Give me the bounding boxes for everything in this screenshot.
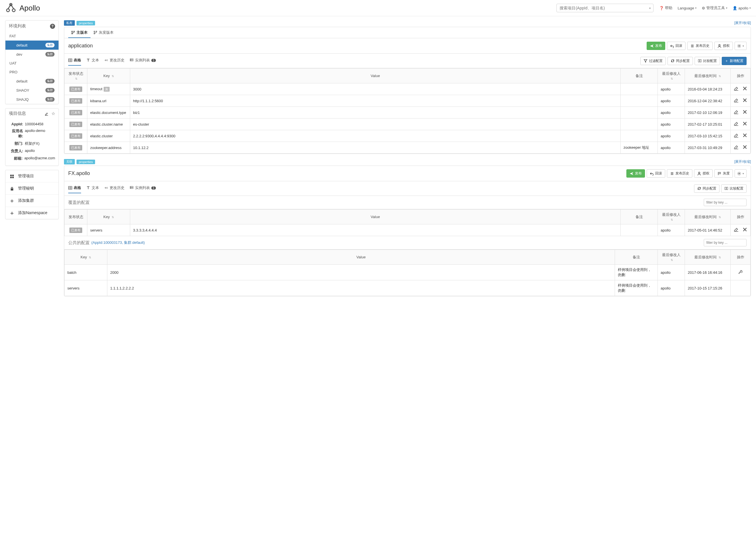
cell-key: servers (65, 280, 107, 296)
cluster-item[interactable]: dev集群 (5, 50, 58, 59)
delete-icon[interactable] (742, 98, 748, 104)
history-button[interactable]: 发布历史 (687, 42, 713, 50)
tab-main-version[interactable]: 主版本 (68, 27, 90, 38)
table-row: 已发布 elastic.document.type biz1 apollo 20… (65, 107, 751, 119)
env-group[interactable]: FAT (5, 32, 58, 41)
edit-icon[interactable] (734, 98, 739, 104)
auth-button[interactable]: 授权 (714, 42, 733, 50)
project-info-panel: 项目信息 ☆ AppId:100004458 应用名称:apollo-demo … (5, 108, 59, 166)
cell-modifier: apollo (658, 107, 685, 119)
search-input[interactable] (556, 4, 654, 12)
cell-key: elastic.cluster (90, 134, 113, 138)
delete-icon[interactable] (742, 121, 748, 127)
brand[interactable]: Apollo (5, 2, 40, 14)
filter-input[interactable] (704, 239, 747, 246)
add-conf-button[interactable]: ＋新增配置 (722, 57, 747, 65)
sort-icon[interactable]: ⇅ (719, 75, 721, 78)
sort-icon[interactable]: ⇅ (112, 75, 114, 78)
delete-icon[interactable] (742, 227, 748, 233)
nav-language[interactable]: Language ▾ (677, 6, 697, 10)
side-link[interactable]: 管理秘钥 (5, 182, 58, 195)
nav-help[interactable]: ❓ 帮助 (659, 5, 672, 10)
side-link[interactable]: 添加Namespace (5, 207, 58, 219)
cell-value: biz1 (130, 107, 621, 119)
subtab-instances[interactable]: 实例列表1 (130, 183, 156, 193)
delete-icon[interactable] (742, 133, 748, 139)
compare-conf-button[interactable]: 比较配置 (721, 184, 747, 193)
subtab-changes[interactable]: 更改历史 (104, 183, 124, 193)
sort-icon[interactable]: ⇅ (719, 216, 721, 219)
edit-icon[interactable] (734, 227, 739, 233)
subtab-table[interactable]: 表格 (68, 56, 81, 66)
compare-conf-button[interactable]: 比较配置 (695, 57, 720, 65)
cell-key: batch (65, 265, 107, 280)
filter-conf-button[interactable]: 过滤配置 (640, 57, 666, 65)
settings-button[interactable]: ▾ (734, 169, 747, 178)
star-icon[interactable]: ☆ (51, 111, 55, 116)
nav-user[interactable]: 👤 apollo ▾ (732, 6, 751, 10)
subtab-changes[interactable]: 更改历史 (104, 56, 124, 66)
edit-icon[interactable] (734, 109, 739, 116)
delete-icon[interactable] (742, 86, 748, 92)
table-row: 已发布 servers 3.3.3.3,4.4.4.4 apollo 2017-… (65, 224, 751, 236)
edit-icon[interactable] (734, 121, 739, 127)
sort-icon[interactable]: ⇅ (671, 218, 673, 221)
sort-icon[interactable]: ⇅ (671, 258, 673, 261)
rollback-button[interactable]: 回滚 (647, 169, 665, 178)
wrench-icon[interactable] (738, 271, 743, 275)
chevron-down-icon: ▾ (743, 172, 744, 175)
edit-icon[interactable] (45, 111, 48, 116)
cell-modtime: 2016-12-04 22:38:42 (685, 95, 730, 107)
rollback-button[interactable]: 回滚 (667, 42, 685, 50)
delete-icon[interactable] (742, 109, 748, 116)
public-table: Key ⇅ Value 备注 最后修改人 ⇅ 最后修改时间 ⇅ 操作 batch… (64, 250, 751, 296)
side-link[interactable]: 添加集群 (5, 195, 58, 207)
cell-value: 1.1.1.1,2.2.2.2 (107, 280, 615, 296)
cluster-item[interactable]: default集群 (5, 77, 58, 86)
cluster-item[interactable]: default集群 (5, 41, 58, 50)
label: AppId: (9, 122, 25, 126)
subtab-text[interactable]: 文本 (86, 56, 99, 66)
toggle-expand-link[interactable]: [展开/收缩] (734, 159, 751, 164)
edit-icon[interactable] (734, 133, 739, 139)
cluster-item[interactable]: SHAOY集群 (5, 86, 58, 95)
delete-icon[interactable] (742, 144, 748, 151)
env-group[interactable]: UAT (5, 59, 58, 68)
subtab-text[interactable]: 文本 (86, 183, 99, 193)
edit-icon[interactable] (734, 86, 739, 92)
sync-conf-button[interactable]: 同步配置 (694, 184, 719, 193)
gray-button[interactable]: 灰度 (714, 169, 733, 178)
cluster-item[interactable]: SHAJQ集群 (5, 95, 58, 104)
cluster-badge: 集群 (45, 79, 54, 83)
subtab-instances[interactable]: 实例列表1 (130, 56, 156, 66)
sort-icon[interactable]: ⇅ (89, 256, 91, 259)
side-link-label: 管理秘钥 (18, 186, 34, 191)
nav-user-label: apollo (738, 6, 748, 10)
sort-icon[interactable]: ⇅ (75, 77, 77, 80)
side-link[interactable]: 管理项目 (5, 170, 58, 182)
publish-button[interactable]: 发布 (626, 169, 645, 178)
project-owner: apollo (25, 148, 35, 154)
settings-button[interactable]: ▾ (734, 42, 747, 50)
chevron-down-icon[interactable]: ▾ (649, 7, 650, 10)
auth-button[interactable]: 授权 (694, 169, 713, 178)
nav-admin-tools[interactable]: ⚙ 管理员工具 ▾ (702, 5, 727, 10)
navbar: Apollo ▾ ❓ 帮助 Language ▾ ⚙ 管理员工具 ▾ 👤 apo… (0, 0, 756, 16)
tab-gray-version[interactable]: 灰度版本 (90, 27, 117, 38)
subtab-table[interactable]: 表格 (68, 183, 81, 193)
auth-button-label: 授权 (703, 171, 709, 176)
publish-button[interactable]: 发布 (647, 42, 665, 50)
sort-icon[interactable]: ⇅ (671, 77, 673, 80)
subtab-label: 文本 (92, 185, 99, 190)
toggle-expand-link[interactable]: [展开/收缩] (734, 20, 751, 26)
sync-conf-button[interactable]: 同步配置 (668, 57, 693, 65)
env-panel: 环境列表 ? FATdefault集群dev集群UATPROdefault集群S… (5, 20, 59, 104)
history-button-icon (690, 44, 694, 48)
edit-icon[interactable] (734, 144, 739, 151)
filter-input[interactable] (704, 199, 747, 206)
env-group[interactable]: PRO (5, 68, 58, 77)
history-button[interactable]: 发布历史 (667, 169, 692, 178)
help-icon[interactable]: ? (50, 24, 55, 29)
sort-icon[interactable]: ⇅ (719, 256, 721, 259)
sort-icon[interactable]: ⇅ (112, 216, 114, 219)
